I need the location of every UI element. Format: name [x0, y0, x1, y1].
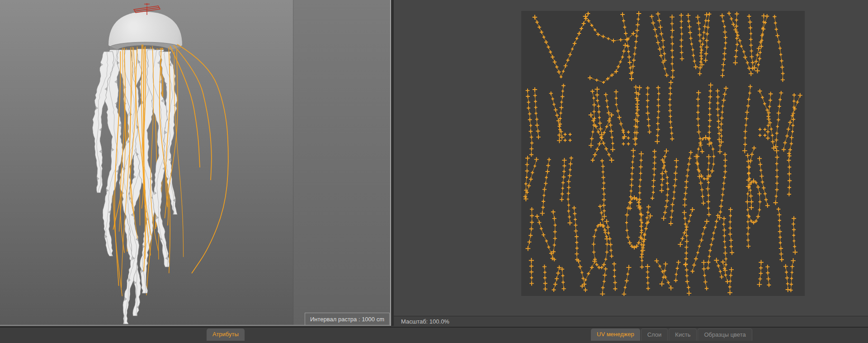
- tab-color-swatches[interactable]: Образцы цвета: [698, 329, 752, 341]
- app-root: { "status": { "raster_interval": "Интерв…: [0, 0, 868, 343]
- jellyfish-model-render: [0, 0, 293, 326]
- uv-editor-panel: Масштаб: 100.0%: [394, 0, 868, 327]
- tab-attributes[interactable]: Атрибуты: [207, 329, 245, 341]
- viewport-3d-perspective[interactable]: [0, 0, 293, 326]
- bottom-tab-bar: Атрибуты UV менеджер Слои Кисть Образцы …: [0, 327, 868, 343]
- uv-manager-tab-group: UV менеджер Слои Кисть Образцы цвета: [591, 329, 752, 341]
- raster-interval-readout: Интервал растра : 1000 cm: [305, 313, 390, 326]
- tab-uv-manager[interactable]: UV менеджер: [591, 329, 640, 341]
- tab-layers[interactable]: Слои: [641, 329, 668, 341]
- uv-statusbar: Масштаб: 100.0%: [394, 316, 868, 327]
- zoom-level-readout: Масштаб: 100.0%: [401, 318, 449, 325]
- viewport-bottom-edge: [0, 325, 392, 326]
- viewport-secondary[interactable]: Интервал растра : 1000 cm: [293, 0, 390, 326]
- uv-mesh-canvas[interactable]: [521, 11, 805, 296]
- tab-brush[interactable]: Кисть: [669, 329, 697, 341]
